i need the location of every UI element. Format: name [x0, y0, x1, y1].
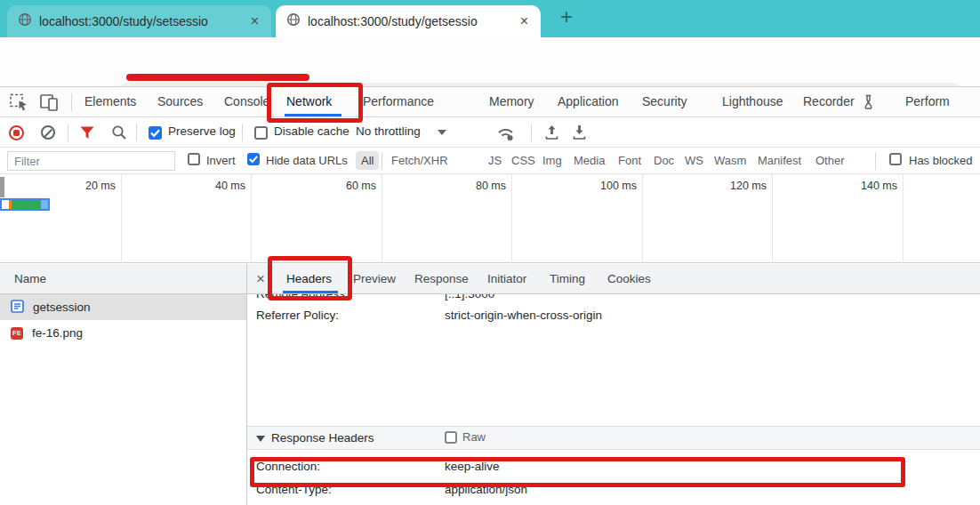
- filter-type-doc[interactable]: Doc: [654, 154, 674, 167]
- details-tab-cookies[interactable]: Cookies: [607, 264, 651, 293]
- devtools-tab-elements[interactable]: Elements: [84, 87, 136, 116]
- waterfall-stalled-segment: [2, 200, 9, 209]
- browser-tab-getsession[interactable]: localhost:3000/study/getsessio ×: [276, 5, 541, 37]
- raw-toggle[interactable]: Raw: [445, 430, 486, 444]
- disable-cache-checkbox[interactable]: [254, 126, 268, 140]
- filter-type-img[interactable]: Img: [542, 154, 562, 167]
- devtools-tab-application[interactable]: Application: [558, 87, 619, 116]
- preserve-log-checkbox[interactable]: [149, 126, 162, 140]
- gridline: [772, 174, 773, 263]
- collapse-triangle-icon[interactable]: [256, 436, 265, 442]
- response-headers-section[interactable]: Response Headers Raw: [247, 426, 980, 450]
- annotation-url-underline: [126, 74, 309, 81]
- header-row-remote-address: Remote Address: [::1]:3000: [247, 294, 980, 305]
- request-row-fe16png[interactable]: FE fe-16.png: [0, 320, 246, 346]
- filter-type-fetchxhr[interactable]: Fetch/XHR: [391, 154, 448, 167]
- hide-data-urls-label[interactable]: Hide data URLs: [266, 154, 348, 167]
- search-icon[interactable]: [111, 124, 127, 144]
- devtools-tab-sources[interactable]: Sources: [157, 87, 203, 116]
- header-label: Referrer Policy:: [256, 309, 339, 322]
- filter-type-css[interactable]: CSS: [511, 154, 535, 167]
- details-tab-response[interactable]: Response: [414, 264, 469, 293]
- header-label: Connection:: [256, 460, 320, 473]
- flask-icon: [862, 94, 875, 113]
- devtools-tab-performance[interactable]: Performance: [363, 87, 434, 116]
- has-blocked-cookies-checkbox[interactable]: [889, 153, 902, 165]
- raw-label: Raw: [462, 430, 486, 444]
- devtools-tab-network[interactable]: Network: [286, 87, 332, 116]
- devtools-tab-recorder[interactable]: Recorder: [803, 87, 855, 116]
- devtools-tab-console[interactable]: Console: [224, 87, 269, 116]
- invert-checkbox[interactable]: [188, 153, 200, 165]
- filter-type-font[interactable]: Font: [618, 154, 641, 167]
- header-row-connection: Connection: keep-alive: [247, 460, 980, 477]
- filter-type-manifest[interactable]: Manifest: [758, 154, 801, 167]
- dropdown-caret-icon[interactable]: [438, 130, 446, 135]
- divider: [136, 124, 137, 141]
- devtools-tabbar: Elements Sources Console Network Perform…: [0, 87, 980, 117]
- timeline-tick: 100 ms: [583, 180, 637, 192]
- has-blocked-cookies-label[interactable]: Has blocked: [909, 154, 973, 167]
- tab-title: localhost:3000/study/getsessio: [308, 14, 511, 28]
- filter-input[interactable]: [7, 151, 175, 171]
- header-label: Remote Address:: [256, 294, 349, 301]
- request-name: fe-16.png: [32, 326, 83, 340]
- divider: [242, 124, 243, 141]
- filter-type-all[interactable]: All: [356, 151, 379, 170]
- filter-type-media[interactable]: Media: [574, 154, 605, 167]
- new-tab-button[interactable]: +: [553, 4, 580, 30]
- import-har-icon[interactable]: [544, 124, 559, 144]
- requests-panel: Name getsession FE fe-16.png: [0, 264, 247, 505]
- browser-tab-strip: localhost:3000/study/setsessio × localho…: [0, 0, 980, 37]
- device-toolbar-icon[interactable]: [39, 92, 60, 116]
- devtools-panel: Elements Sources Console Network Perform…: [0, 86, 980, 505]
- timeline-tick: 40 ms: [192, 180, 245, 192]
- details-tab-initiator[interactable]: Initiator: [487, 264, 526, 293]
- devtools-tab-performance-insights[interactable]: Perform: [905, 87, 950, 116]
- name-column-header[interactable]: Name: [0, 264, 246, 294]
- filter-type-ws[interactable]: WS: [685, 154, 703, 167]
- active-tab-indicator: [285, 114, 341, 116]
- clear-network-log-icon[interactable]: [41, 125, 55, 140]
- invert-label[interactable]: Invert: [206, 154, 236, 167]
- inspect-element-icon[interactable]: [9, 92, 28, 116]
- network-conditions-icon[interactable]: [496, 124, 519, 146]
- globe-icon: [18, 12, 32, 30]
- request-row-getsession[interactable]: getsession: [0, 294, 246, 320]
- throttling-select[interactable]: No throttling: [356, 124, 421, 138]
- tab-close-icon[interactable]: ×: [249, 14, 261, 28]
- request-details-panel: × Headers Preview Response Initiator Tim…: [247, 264, 980, 505]
- details-tab-headers[interactable]: Headers: [286, 264, 332, 293]
- divider: [71, 93, 72, 111]
- waterfall-bar-getsession[interactable]: [0, 198, 50, 211]
- timeline-event-marker: [0, 177, 4, 197]
- hide-data-urls-checkbox[interactable]: [247, 153, 260, 165]
- close-details-icon[interactable]: ×: [256, 270, 265, 288]
- header-value: strict-origin-when-cross-origin: [445, 309, 602, 322]
- devtools-tab-lighthouse[interactable]: Lighthouse: [722, 87, 783, 116]
- export-har-icon[interactable]: [572, 124, 587, 144]
- network-overview-timeline[interactable]: 20 ms 40 ms 60 ms 80 ms 100 ms 120 ms 14…: [0, 174, 980, 263]
- timeline-tick: 60 ms: [323, 180, 376, 192]
- raw-checkbox[interactable]: [445, 431, 457, 444]
- section-title: Response Headers: [256, 431, 374, 445]
- tab-title: localhost:3000/study/setsessio: [39, 14, 242, 28]
- filter-type-other[interactable]: Other: [815, 154, 845, 167]
- details-tab-preview[interactable]: Preview: [353, 264, 396, 293]
- filter-type-wasm[interactable]: Wasm: [714, 154, 746, 167]
- details-tab-timing[interactable]: Timing: [550, 264, 585, 293]
- browser-tab-setsession[interactable]: localhost:3000/study/setsessio ×: [7, 5, 271, 37]
- record-network-log-icon[interactable]: [9, 125, 24, 140]
- gridline: [642, 174, 643, 263]
- divider: [382, 152, 382, 170]
- tab-close-icon[interactable]: ×: [518, 14, 530, 28]
- devtools-tab-security[interactable]: Security: [642, 87, 687, 116]
- preserve-log-label[interactable]: Preserve log: [168, 124, 236, 138]
- json-document-icon: [11, 300, 24, 316]
- details-tabbar: × Headers Preview Response Initiator Tim…: [247, 264, 980, 294]
- filter-funnel-icon[interactable]: [80, 126, 94, 143]
- disable-cache-label[interactable]: Disable cache: [274, 124, 349, 138]
- header-value: [::1]:3000: [445, 294, 494, 301]
- devtools-tab-memory[interactable]: Memory: [489, 87, 534, 116]
- filter-type-js[interactable]: JS: [488, 154, 502, 167]
